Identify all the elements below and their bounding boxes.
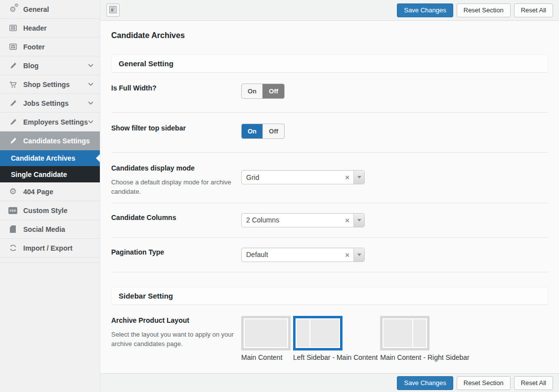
dropdown-arrow-icon[interactable] xyxy=(353,248,364,261)
sidebar-subitem-single-candidate[interactable]: Single Candidate xyxy=(0,166,100,182)
clear-icon[interactable]: × xyxy=(341,174,353,181)
layout-option-label: Main Content xyxy=(241,353,291,361)
full-width-toggle: On Off xyxy=(241,84,285,99)
cart-icon xyxy=(8,80,18,89)
topbar-actions: Save Changes Reset Section Reset All xyxy=(397,3,553,17)
pencil-icon xyxy=(8,136,18,146)
sidebar-item-employers-settings[interactable]: Employers Settings xyxy=(0,113,100,131)
field-label: Show filter top sidebar xyxy=(111,124,235,133)
settings-sidebar: ⚙⚙ General Header Footer Blog xyxy=(0,0,100,392)
sidebar-item-label: Custom Style xyxy=(23,207,93,215)
sidebar-item-label: Jobs Settings xyxy=(23,99,88,107)
page-title: Candidate Archives xyxy=(111,31,548,40)
sidebar-item-label: Import / Export xyxy=(23,244,93,252)
layout-thumbnail-main-only xyxy=(241,316,291,350)
filter-top-sidebar-toggle: On Off xyxy=(241,124,285,139)
field-row-archive-layout: Archive Product Layout Select the layout… xyxy=(111,305,548,361)
sidebar-item-general[interactable]: ⚙⚙ General xyxy=(0,0,100,19)
clear-icon[interactable]: × xyxy=(341,251,353,259)
footer-actions: Save Changes Reset Section Reset All xyxy=(397,376,553,390)
sidebar-item-jobs-settings[interactable]: Jobs Settings xyxy=(0,94,100,113)
sidebar-item-label: Candidates Settings xyxy=(23,137,93,145)
sidebar-subitem-label: Single Candidate xyxy=(11,171,67,178)
toggle-on-option[interactable]: On xyxy=(242,124,262,138)
layout-option-left-sidebar[interactable]: Left Sidebar - Main Content xyxy=(293,316,378,361)
sidebar-item-blog[interactable]: Blog xyxy=(0,56,100,75)
topbar: Save Changes Reset Section Reset All xyxy=(100,0,559,21)
reset-section-button[interactable]: Reset Section xyxy=(457,376,511,390)
toggle-on-option[interactable]: On xyxy=(242,84,262,98)
collapse-sidebar-button[interactable] xyxy=(106,3,120,17)
section-header-sidebar-setting: Sidebar Setting xyxy=(111,287,548,305)
candidate-columns-select[interactable]: 2 Columns × xyxy=(241,213,365,227)
layout-options: Main Content Left Sidebar - Main Content xyxy=(241,316,548,361)
footerbar: Save Changes Reset Section Reset All xyxy=(100,373,559,392)
chevron-down-icon xyxy=(88,83,93,86)
sidebar-subitem-candidate-archives[interactable]: Candidate Archives xyxy=(0,150,100,166)
sidebar-item-shop-settings[interactable]: Shop Settings xyxy=(0,75,100,94)
sidebar-subitem-label: Candidate Archives xyxy=(11,154,75,162)
pagination-type-select[interactable]: Default × xyxy=(241,248,365,262)
field-row-display-mode: Candidates display mode Choose a default… xyxy=(111,153,548,203)
chevron-down-icon xyxy=(88,64,93,67)
clear-icon[interactable]: × xyxy=(341,217,353,224)
sidebar-item-label: Header xyxy=(23,24,93,32)
sidebar-item-import-export[interactable]: Import / Export xyxy=(0,239,100,258)
dropdown-arrow-icon[interactable] xyxy=(353,214,364,227)
field-row-filter-top-sidebar: Show filter top sidebar On Off xyxy=(111,113,548,153)
reset-all-button[interactable]: Reset All xyxy=(514,376,553,390)
chevron-down-icon xyxy=(88,101,93,105)
css-icon: css xyxy=(8,206,18,216)
settings-content: Candidate Archives General Setting Is Fu… xyxy=(100,21,559,373)
layout-option-label: Left Sidebar - Main Content xyxy=(293,353,378,361)
layout-option-right-sidebar[interactable]: Main Content - Right Sidebar xyxy=(380,316,470,361)
sidebar-item-label: General xyxy=(23,5,93,13)
field-row-pagination-type: Pagination Type Default × xyxy=(111,238,548,272)
sidebar-item-label: Employers Settings xyxy=(23,118,88,126)
sidebar-item-header[interactable]: Header xyxy=(0,19,100,38)
sidebar-item-label: Footer xyxy=(23,43,93,51)
sidebar-item-social-media[interactable]: Social Media xyxy=(0,220,100,239)
sidebar-item-404-page[interactable]: ⚙ 404 Page xyxy=(0,182,100,201)
display-mode-select[interactable]: Grid × xyxy=(241,170,365,184)
section-header-general-setting: General Setting xyxy=(111,54,548,73)
select-value: 2 Columns xyxy=(242,216,341,224)
layout-option-main-content[interactable]: Main Content xyxy=(241,316,291,361)
toggle-off-option[interactable]: Off xyxy=(262,124,284,138)
layout-option-label: Main Content - Right Sidebar xyxy=(380,353,470,361)
field-description: Choose a default display mode for archiv… xyxy=(111,177,235,197)
field-label: Archive Product Layout xyxy=(111,316,235,325)
sidebar-item-label: Social Media xyxy=(23,225,93,233)
theme-options-app: ⚙⚙ General Header Footer Blog xyxy=(0,0,559,392)
gear-icon: ⚙ xyxy=(8,187,18,197)
header-icon xyxy=(8,23,18,33)
reset-all-button[interactable]: Reset All xyxy=(514,3,553,17)
sidebar-item-label: Blog xyxy=(23,62,88,70)
toggle-off-option[interactable]: Off xyxy=(262,84,284,98)
field-label: Is Full Width? xyxy=(111,84,235,93)
sidebar-item-footer[interactable]: Footer xyxy=(0,38,100,56)
pencil-icon xyxy=(8,117,18,127)
sidebar-item-candidates-settings[interactable]: Candidates Settings xyxy=(0,131,100,150)
field-label: Pagination Type xyxy=(111,248,235,257)
reset-section-button[interactable]: Reset Section xyxy=(457,3,511,17)
save-changes-button[interactable]: Save Changes xyxy=(397,3,453,17)
sync-icon xyxy=(8,243,18,253)
sidebar-item-custom-style[interactable]: css Custom Style xyxy=(0,201,100,220)
save-changes-button[interactable]: Save Changes xyxy=(397,376,453,390)
field-label: Candidates display mode xyxy=(111,164,235,173)
page-icon xyxy=(8,224,18,234)
field-label: Candidate Columns xyxy=(111,213,235,222)
dropdown-arrow-icon[interactable] xyxy=(353,171,364,184)
main-panel: Save Changes Reset Section Reset All Can… xyxy=(100,0,559,392)
select-value: Default xyxy=(242,251,341,259)
footer-icon xyxy=(8,42,18,52)
layout-icon xyxy=(109,6,117,15)
gears-icon: ⚙⚙ xyxy=(8,4,18,14)
layout-thumbnail-left-sidebar xyxy=(293,316,343,350)
pencil-icon xyxy=(8,61,18,71)
field-row-candidate-columns: Candidate Columns 2 Columns × xyxy=(111,203,548,238)
sidebar-item-label: 404 Page xyxy=(23,188,93,196)
field-row-full-width: Is Full Width? On Off xyxy=(111,73,548,113)
layout-thumbnail-right-sidebar xyxy=(380,316,430,350)
